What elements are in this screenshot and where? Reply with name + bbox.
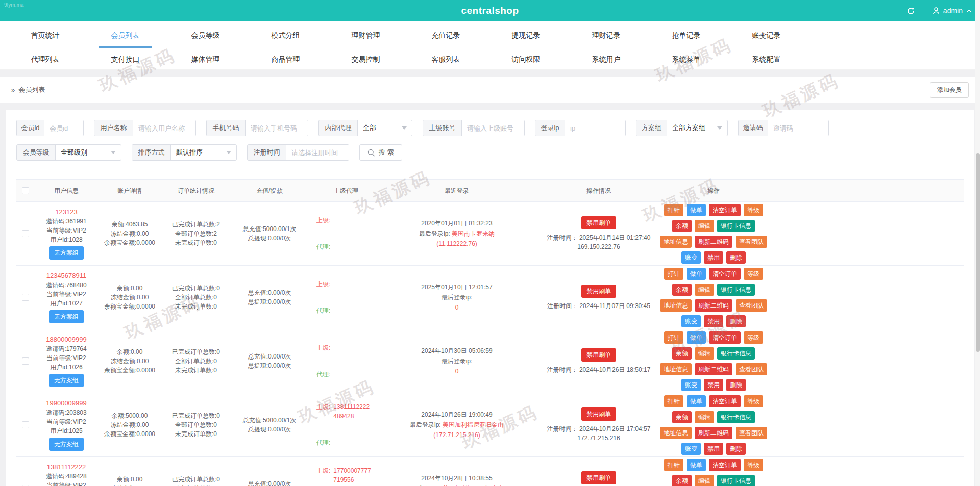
action-button[interactable]: 地址信息: [660, 427, 692, 439]
row-checkbox[interactable]: [22, 421, 29, 428]
action-button[interactable]: 查看团队: [736, 236, 767, 248]
nav-tab-0-7[interactable]: 理财记录: [566, 21, 646, 50]
nav-tab-0-6[interactable]: 提现记录: [486, 21, 566, 50]
action-button[interactable]: 账变: [681, 315, 701, 327]
vertical-scrollbar[interactable]: [975, 0, 980, 486]
action-button[interactable]: 查看团队: [736, 299, 767, 312]
nav-tab-1-7[interactable]: 系统用户: [566, 50, 646, 69]
filter-sort-order-select[interactable]: 默认排序: [171, 145, 236, 160]
ban-brush-order-button[interactable]: 禁用刷单: [581, 407, 616, 421]
member-username-link[interactable]: 123123: [55, 208, 77, 217]
action-button[interactable]: 删除: [726, 443, 746, 455]
member-username-link[interactable]: 13811112222: [47, 463, 86, 472]
action-button[interactable]: 删除: [726, 315, 746, 327]
action-button[interactable]: 账变: [681, 379, 701, 391]
action-button[interactable]: 删除: [726, 379, 746, 391]
filter-member-level-select[interactable]: 全部级别: [56, 145, 121, 160]
filter-member-id-input[interactable]: [44, 120, 83, 136]
action-button[interactable]: 打针: [664, 204, 683, 216]
plan-group-button[interactable]: 无方案组: [49, 310, 84, 323]
action-button[interactable]: 地址信息: [660, 299, 692, 312]
member-username-link[interactable]: 12345678911: [46, 271, 87, 280]
ban-brush-order-button[interactable]: 禁用刷单: [581, 471, 616, 484]
action-button[interactable]: 刷新二维码: [695, 299, 732, 312]
action-button[interactable]: 银行卡信息: [717, 347, 755, 360]
nav-tab-0-0[interactable]: 首页统计: [5, 21, 85, 50]
action-button[interactable]: 做单: [687, 204, 706, 216]
nav-tab-1-1[interactable]: 支付接口: [85, 50, 165, 69]
member-username-link[interactable]: 19900009999: [46, 399, 87, 408]
nav-tab-0-5[interactable]: 充值记录: [406, 21, 486, 50]
action-button[interactable]: 银行卡信息: [717, 475, 755, 486]
action-button[interactable]: 刷新二维码: [695, 236, 732, 248]
ban-brush-order-button[interactable]: 禁用刷单: [581, 285, 616, 298]
action-button[interactable]: 等级: [744, 395, 763, 407]
action-button[interactable]: 打针: [664, 268, 683, 280]
plan-group-button[interactable]: 无方案组: [49, 246, 84, 260]
ban-brush-order-button[interactable]: 禁用刷单: [581, 348, 616, 362]
nav-tab-1-6[interactable]: 访问权限: [486, 50, 566, 69]
action-button[interactable]: 清空订单: [709, 331, 741, 344]
action-button[interactable]: 等级: [744, 268, 763, 280]
row-checkbox[interactable]: [22, 357, 29, 365]
admin-user-menu[interactable]: admin: [933, 7, 972, 15]
action-button[interactable]: 编辑: [695, 475, 714, 486]
action-button[interactable]: 清空订单: [709, 459, 741, 471]
refresh-icon[interactable]: [906, 7, 915, 15]
filter-parent-account-input[interactable]: [462, 120, 524, 136]
action-button[interactable]: 禁用: [704, 251, 723, 264]
nav-tab-1-2[interactable]: 媒体管理: [165, 50, 246, 69]
nav-tab-0-4[interactable]: 理财管理: [326, 21, 406, 50]
filter-login-ip-input[interactable]: [565, 120, 625, 136]
action-button[interactable]: 做单: [687, 459, 706, 471]
filter-internal-agent-select[interactable]: 全部: [358, 120, 412, 136]
nav-tab-1-9[interactable]: 系统配置: [726, 50, 806, 69]
nav-tab-0-3[interactable]: 模式分组: [246, 21, 326, 50]
action-button[interactable]: 查看团队: [736, 427, 767, 439]
action-button[interactable]: 打针: [664, 459, 683, 471]
action-button[interactable]: 地址信息: [660, 236, 692, 248]
search-button[interactable]: 搜 索: [359, 144, 402, 161]
action-button[interactable]: 刷新二维码: [695, 363, 732, 375]
action-button[interactable]: 禁用: [704, 443, 723, 455]
action-button[interactable]: 做单: [687, 268, 706, 280]
row-checkbox[interactable]: [22, 230, 29, 237]
nav-tab-1-3[interactable]: 商品管理: [246, 50, 326, 69]
action-button[interactable]: 编辑: [695, 284, 714, 296]
row-checkbox[interactable]: [22, 294, 29, 301]
nav-tab-1-5[interactable]: 客服列表: [406, 50, 486, 69]
scrollbar-thumb[interactable]: [976, 153, 980, 352]
action-button[interactable]: 做单: [687, 395, 706, 407]
action-button[interactable]: 禁用: [704, 379, 723, 391]
action-button[interactable]: 打针: [664, 395, 683, 407]
member-username-link[interactable]: 18800009999: [46, 335, 87, 344]
action-button[interactable]: 清空订单: [709, 395, 741, 407]
nav-tab-0-9[interactable]: 账变记录: [726, 21, 806, 50]
action-button[interactable]: 编辑: [695, 347, 714, 360]
action-button[interactable]: 等级: [744, 204, 763, 216]
filter-phone-input[interactable]: [246, 120, 308, 136]
action-button[interactable]: 地址信息: [660, 363, 692, 375]
action-button[interactable]: 刷新二维码: [695, 427, 732, 439]
action-button[interactable]: 清空订单: [709, 268, 741, 280]
select-all-checkbox[interactable]: [22, 187, 29, 194]
nav-tab-0-1[interactable]: 会员列表: [85, 21, 165, 50]
nav-tab-1-0[interactable]: 代理列表: [5, 50, 85, 69]
action-button[interactable]: 编辑: [695, 220, 714, 232]
action-button[interactable]: 银行卡信息: [717, 411, 755, 423]
action-button[interactable]: 余额: [672, 284, 692, 296]
filter-username-input[interactable]: [133, 120, 195, 136]
nav-tab-0-2[interactable]: 会员等级: [165, 21, 246, 50]
action-button[interactable]: 余额: [672, 411, 692, 423]
action-button[interactable]: 查看团队: [736, 363, 767, 375]
action-button[interactable]: 银行卡信息: [717, 284, 755, 296]
action-button[interactable]: 禁用: [704, 315, 723, 327]
action-button[interactable]: 等级: [744, 459, 763, 471]
action-button[interactable]: 清空订单: [709, 204, 741, 216]
plan-group-button[interactable]: 无方案组: [49, 374, 84, 387]
action-button[interactable]: 做单: [687, 331, 706, 344]
nav-tab-0-8[interactable]: 抢单记录: [646, 21, 726, 50]
filter-register-time-input[interactable]: [286, 145, 349, 160]
action-button[interactable]: 账变: [681, 251, 701, 264]
action-button[interactable]: 打针: [664, 331, 683, 344]
